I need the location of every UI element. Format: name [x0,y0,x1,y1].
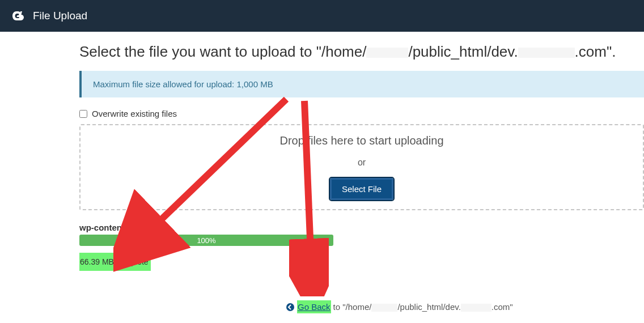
cpanel-icon [11,9,25,23]
goback-mid: /public_html/dev. [397,302,460,312]
redacted-user [366,48,408,58]
overwrite-label[interactable]: Overwrite existing files [79,109,644,118]
goback-to-text: to "/home/ [333,302,372,312]
topbar: File Upload [0,0,644,32]
banner-text: Maximum file size allowed for upload: 1,… [93,79,273,89]
heading-mid: /public_html/dev. [408,43,518,60]
heading-suffix: .com". [575,43,616,60]
upload-status: wp-content.zip 100% 66.39 MB complete [79,223,644,271]
upload-filename: wp-content.zip [79,223,644,232]
upload-progressbar: 100% [79,235,333,246]
goback-to: to "/home//public_html/dev..com" [333,302,513,312]
goback-link[interactable]: Go Back [297,300,331,313]
drop-instruction: Drop files here to start uploading [279,134,443,147]
goback-row: Go Back to "/home//public_html/dev..com" [286,300,513,313]
content: Select the file you want to upload to "/… [0,32,644,271]
overwrite-text: Overwrite existing files [92,109,177,118]
or-text: or [358,158,366,168]
upload-heading: Select the file you want to upload to "/… [79,43,644,61]
dropzone[interactable]: Drop files here to start uploading or Se… [79,124,644,210]
select-file-button[interactable]: Select File [330,178,393,200]
redacted-user-2 [371,304,397,312]
overwrite-checkbox[interactable] [79,110,87,118]
svg-point-0 [286,303,294,311]
upload-status-line: 66.39 MB complete [79,253,644,271]
upload-status-text: 66.39 MB complete [79,253,151,271]
page-title: File Upload [33,10,87,22]
goback-suffix: .com" [492,302,513,312]
max-filesize-banner: Maximum file size allowed for upload: 1,… [79,71,644,97]
brand: File Upload [11,9,87,23]
heading-prefix: Select the file you want to upload to "/… [79,43,366,60]
progress-percent: 100% [197,236,215,245]
redacted-domain-2 [461,304,492,312]
back-arrow-icon [286,303,295,312]
redacted-domain [518,48,575,58]
